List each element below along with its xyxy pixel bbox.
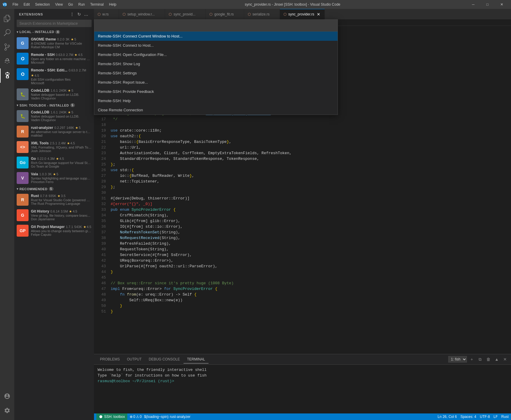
minimize-button[interactable]: ─ — [466, 0, 480, 9]
menu-view[interactable]: View — [53, 2, 65, 7]
list-item[interactable]: 🐛CodeLLDB1.6.1240K★5Native debugger base… — [14, 87, 94, 102]
list-item[interactable]: VVala1.0.33K★5Syntax highlighting and la… — [14, 170, 94, 186]
line-number: 46 — [96, 280, 106, 286]
maximize-panel-button[interactable]: ▲ — [493, 356, 500, 363]
activity-search[interactable] — [0, 26, 14, 40]
filter-extensions-button[interactable]: ⋮ — [69, 11, 75, 17]
command-palette-item[interactable]: Close Remote Connection — [94, 105, 338, 115]
cursor-position-status[interactable]: Ln 26, Col 6 — [438, 415, 457, 419]
menu-help[interactable]: Help — [107, 2, 119, 7]
list-item[interactable]: GGNOME theme0.2.03K★5A GNOME color theme… — [14, 35, 94, 51]
activity-source-control[interactable] — [0, 40, 14, 54]
local-extensions-list: GGNOME theme0.2.03K★5A GNOME color theme… — [14, 35, 94, 102]
ssh-section-chevron-icon: ▾ — [17, 104, 18, 107]
ssh-section-badge: 5 — [70, 103, 75, 107]
menu-run[interactable]: Run — [76, 2, 87, 7]
editor-tab[interactable]: ⬡serialize.rs✕ — [244, 9, 280, 19]
split-terminal-button[interactable]: ⧉ — [476, 356, 484, 363]
activity-debug[interactable] — [0, 54, 14, 68]
extension-settings-icon[interactable]: ⚙ — [86, 157, 92, 163]
list-item[interactable]: 🐛CodeLLDB1.6.1240K★5Native debugger base… — [14, 108, 94, 124]
menu-terminal[interactable]: Terminal — [88, 2, 106, 7]
list-item[interactable]: <>XML Tools2.5.12.4M★4.5XML Formatting, … — [14, 139, 94, 155]
window-controls: ─ □ ✕ — [466, 0, 509, 9]
panel-tab[interactable]: OUTPUT — [123, 355, 145, 363]
close-button[interactable]: ✕ — [495, 0, 509, 9]
command-palette-item[interactable]: Remote-SSH: Settings — [94, 68, 338, 78]
list-item[interactable]: RRust0.7.8935K★3.5Rust for Visual Studio… — [14, 192, 94, 207]
install-extension-button[interactable]: Install — [73, 194, 84, 200]
command-palette-item[interactable]: Remote-SSH: Connect to Host... — [94, 41, 338, 50]
line-ending-status[interactable]: LF — [493, 415, 498, 419]
kill-terminal-button[interactable]: 🗑 — [485, 356, 492, 363]
maximize-button[interactable]: □ — [481, 0, 494, 9]
editor-tab[interactable]: ⬡sync_provider.rs✕ — [280, 9, 325, 19]
editor-tab[interactable]: ⬡w.rs✕ — [94, 9, 119, 19]
panel-tab[interactable]: TERMINAL — [184, 355, 209, 363]
menu-file[interactable]: File — [10, 2, 21, 7]
extensions-search-input[interactable] — [17, 20, 92, 27]
editor-line: pub enum SyncProviderError { — [111, 207, 509, 213]
extension-settings-icon[interactable]: ⚙ — [86, 69, 92, 75]
command-palette-item[interactable]: Remote-SSH: Provide Feedback — [94, 87, 338, 96]
panel-tab[interactable]: PROBLEMS — [96, 355, 123, 363]
command-palette-item[interactable]: Remote-SSH: Help — [94, 96, 338, 105]
language-status[interactable]: Rust — [501, 415, 509, 419]
command-palette-item[interactable]: Remote-SSH: Open Configuration File... — [94, 50, 338, 59]
rust-analyzer-status[interactable]: $(loading~spin) rust-analyzer — [144, 415, 190, 419]
list-item[interactable]: ⌬Remote - SSH: Editi...0.63.02.7M★4.5Edi… — [14, 66, 94, 87]
extension-name: Vala — [31, 172, 38, 176]
activity-extensions[interactable] — [0, 68, 14, 83]
list-item[interactable]: GPGit Project Manager1.7.1543K★4.5Allows… — [14, 223, 94, 238]
editor-tab[interactable]: ⬡setup_window.r...✕ — [119, 9, 165, 19]
menu-go[interactable]: Go — [66, 2, 75, 7]
menu-edit[interactable]: Edit — [21, 2, 32, 7]
more-actions-button[interactable]: … — [83, 11, 89, 17]
extension-settings-icon[interactable]: ⚙ — [86, 225, 92, 231]
list-item[interactable]: Rrust-analyzer0.2.297148K★5An alternativ… — [14, 124, 94, 139]
list-item[interactable]: ⌬Remote - SSH0.63.02.7M★4.5Open any fold… — [14, 51, 94, 66]
warning-count: 0 — [140, 415, 142, 419]
command-palette-item[interactable]: Remote-SSH: Report Issue... — [94, 78, 338, 87]
tab-close-button[interactable]: ✕ — [316, 12, 321, 17]
editor-tab[interactable]: ⬡google_fit.rs✕ — [206, 9, 244, 19]
extension-settings-icon[interactable]: ⚙ — [86, 194, 92, 200]
extension-settings-icon[interactable]: ⚙ — [86, 89, 92, 95]
recommended-section-header[interactable]: ▾ RECOMMENDED 5 — [14, 186, 94, 192]
local-installed-section-header[interactable]: ▾ LOCAL - INSTALLED 4 ⬇ — [14, 28, 94, 35]
activity-explorer[interactable] — [0, 11, 14, 26]
extension-settings-icon[interactable]: ⚙ — [86, 126, 92, 132]
install-extension-button[interactable]: Install — [73, 225, 84, 231]
shell-selector[interactable]: 1: fish — [448, 356, 467, 363]
command-palette-input[interactable] — [94, 20, 338, 32]
command-palette-item[interactable]: Remote-SSH: Connect Current Window to Ho… — [94, 32, 338, 41]
close-panel-button[interactable]: ✕ — [501, 356, 509, 363]
encoding-status[interactable]: UTF-8 — [480, 415, 490, 419]
extension-settings-icon[interactable]: ⚙ — [86, 142, 92, 148]
activity-accounts[interactable] — [0, 389, 14, 403]
install-all-local-button[interactable]: ⬇ — [87, 29, 92, 34]
errors-status[interactable]: ⊗ 0 ⚠ 0 — [130, 415, 142, 419]
svg-text:VS: VS — [3, 3, 7, 6]
command-palette-item[interactable]: Remote-SSH: Show Log — [94, 59, 338, 68]
extension-settings-icon[interactable]: ⚙ — [86, 111, 92, 117]
list-item[interactable]: GGit History0.6.143.5M★4.5View git log, … — [14, 207, 94, 223]
panel-tab[interactable]: DEBUG CONSOLE — [145, 355, 184, 363]
extension-settings-icon[interactable]: ⚙ — [86, 210, 92, 216]
new-terminal-button[interactable]: + — [468, 356, 475, 363]
update-extension-button[interactable]: Update to 0.2.473 — [57, 126, 84, 132]
list-item[interactable]: GoGo0.22.04.3M★4.5Rich Go language suppo… — [14, 155, 94, 170]
extension-settings-icon[interactable]: ⚙ — [86, 173, 92, 179]
refresh-extensions-button[interactable]: ↻ — [76, 11, 82, 17]
indentation-status[interactable]: Spaces: 4 — [460, 415, 476, 419]
remote-status-button[interactable]: SSH: toolbox — [96, 413, 127, 420]
extension-settings-icon[interactable]: ⚙ — [86, 53, 92, 59]
activity-settings[interactable] — [0, 403, 14, 418]
sidebar-header: EXTENSIONS ⋮ ↻ … — [14, 9, 94, 18]
menu-selection[interactable]: Selection — [33, 2, 52, 7]
editor-tab[interactable]: ⬡sync_provid...✕ — [165, 9, 206, 19]
terminal-content[interactable]: Welcome to fish, the friendly interactiv… — [94, 365, 511, 413]
install-extension-button[interactable]: Install — [73, 210, 84, 216]
ssh-installed-section-header[interactable]: ▾ SSH: TOOLBOX - INSTALLED 5 — [14, 102, 94, 108]
extension-settings-icon[interactable]: ⚙ — [86, 38, 92, 44]
